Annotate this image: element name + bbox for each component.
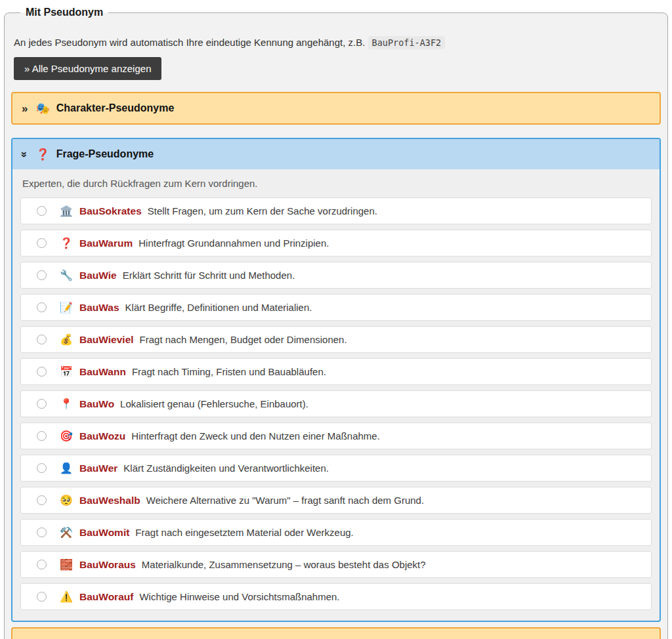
show-all-pseudonyms-button[interactable]: » Alle Pseudonyme anzeigen <box>14 57 161 80</box>
pseudonym-icon: 🔧 <box>58 270 74 281</box>
pseudonym-icon: ❓ <box>58 238 74 249</box>
pseudonym-radio[interactable] <box>37 238 47 248</box>
pseudonym-list: 🏛️ BauSokrates Stellt Fragen, um zum Ker… <box>20 197 652 610</box>
pseudonym-option[interactable]: 💰 BauWieviel Fragt nach Mengen, Budget o… <box>20 326 652 353</box>
pseudonym-icon: ⚠️ <box>58 592 74 602</box>
pseudonym-radio[interactable] <box>37 463 47 473</box>
pseudonym-option[interactable]: 🥺 BauWeshalb Weichere Alternative zu "Wa… <box>20 487 652 514</box>
pseudonym-option[interactable]: ⚠️ BauWorauf Wichtige Hinweise und Vorsi… <box>20 583 652 610</box>
intro-paragraph: An jedes Pseudonym wird automatisch Ihre… <box>14 37 658 48</box>
pseudonym-option[interactable]: 📍 BauWo Lokalisiert genau (Fehlersuche, … <box>20 390 652 417</box>
pseudonym-option[interactable]: ⚒️ BauWomit Fragt nach eingesetztem Mate… <box>20 519 652 546</box>
pseudonym-name: BauSokrates <box>79 205 142 217</box>
chevron-down-icon: » <box>19 151 30 157</box>
pseudonym-radio[interactable] <box>37 399 47 409</box>
pseudonym-option[interactable]: 🧱 BauWoraus Materialkunde, Zusammensetzu… <box>20 551 652 578</box>
pseudonym-icon: 📝 <box>58 302 74 313</box>
pseudonym-name: BauWer <box>79 463 117 474</box>
pseudonym-icon: 🥺 <box>58 495 74 506</box>
character-pseudonyms-panel-header[interactable]: » 🎭 Charakter-Pseudonyme <box>12 93 660 123</box>
pseudonym-description: Fragt nach Mengen, Budget oder Dimension… <box>140 334 347 345</box>
pseudonym-option[interactable]: ❓ BauWarum Hinterfragt Grundannahmen und… <box>20 230 652 257</box>
panel-description: Experten, die durch Rückfragen zum Kern … <box>20 169 652 197</box>
pseudonym-option[interactable]: 🎯 BauWozu Hinterfragt den Zweck und den … <box>20 423 652 449</box>
pseudonym-radio[interactable] <box>37 335 47 344</box>
fieldset-legend: Mit Pseudonym <box>20 7 108 18</box>
pseudonym-icon: 👤 <box>58 463 74 474</box>
pseudonym-name: BauWozu <box>79 430 125 442</box>
pseudonym-radio[interactable] <box>37 560 47 569</box>
pseudonym-icon: 📅 <box>58 367 74 377</box>
pseudonym-name: BauWeshalb <box>79 495 140 506</box>
pseudonym-radio[interactable] <box>37 302 47 312</box>
pseudonym-name: BauWieviel <box>79 334 134 346</box>
pseudonym-name: BauWo <box>79 398 114 410</box>
pseudonym-description: Wichtige Hinweise und Vorsichtsmaßnahmen… <box>139 591 339 602</box>
pseudonym-radio[interactable] <box>37 270 47 280</box>
pseudonym-description: Hinterfragt Grundannahmen und Prinzipien… <box>138 237 329 249</box>
pseudonym-description: Fragt nach Timing, Fristen und Bauabläuf… <box>132 366 326 377</box>
pseudonym-radio[interactable] <box>37 592 47 602</box>
pseudonym-radio[interactable] <box>37 527 47 537</box>
pseudonym-description: Materialkunde, Zusammensetzung – woraus … <box>142 559 426 570</box>
pseudonym-name: BauWarum <box>79 237 133 249</box>
intro-text: An jedes Pseudonym wird automatisch Ihre… <box>14 37 365 48</box>
pseudonym-description: Erklärt Schritt für Schritt und Methoden… <box>123 270 295 281</box>
pseudonym-description: Stellt Fragen, um zum Kern der Sache vor… <box>148 205 377 216</box>
frage-pseudonyms-panel-header[interactable]: » ❓ Frage-Pseudonyme <box>12 139 660 169</box>
frage-pseudonyms-panel: » ❓ Frage-Pseudonyme Experten, die durch… <box>11 138 661 622</box>
next-panel-edge <box>11 627 661 639</box>
pseudonym-option[interactable]: 🔧 BauWie Erklärt Schritt für Schritt und… <box>20 262 652 289</box>
pseudonym-option[interactable]: 👤 BauWer Klärt Zuständigkeiten und Veran… <box>20 455 652 482</box>
pseudonym-radio[interactable] <box>37 495 47 505</box>
pseudonym-description: Hinterfragt den Zweck und den Nutzen ein… <box>131 430 380 442</box>
panel-title: Frage-Pseudonyme <box>56 148 154 160</box>
pseudonym-icon: 🎯 <box>58 431 74 442</box>
pseudonym-icon: ⚒️ <box>58 527 74 538</box>
pseudonym-radio[interactable] <box>37 431 47 441</box>
pseudonym-icon: 💰 <box>58 335 74 345</box>
pseudonym-radio[interactable] <box>37 367 47 377</box>
pseudonym-name: BauWorauf <box>79 591 133 603</box>
pseudonym-description: Klärt Begriffe, Definitionen und Materia… <box>125 302 312 313</box>
pseudonym-description: Klärt Zuständigkeiten und Verantwortlich… <box>123 463 329 474</box>
pseudonym-icon: 📍 <box>58 399 74 409</box>
pseudonym-icon: 🧱 <box>58 560 74 570</box>
panel-title: Charakter-Pseudonyme <box>56 102 175 114</box>
example-pseudonym-code: BauProfi-A3F2 <box>368 36 446 49</box>
pseudonym-name: BauWas <box>79 302 119 314</box>
pseudonym-name: BauWie <box>79 270 117 281</box>
pseudonym-description: Lokalisiert genau (Fehlersuche, Einbauor… <box>120 398 308 409</box>
pseudonym-name: BauWoraus <box>79 559 136 571</box>
pseudonym-option[interactable]: 📝 BauWas Klärt Begriffe, Definitionen un… <box>20 294 652 321</box>
character-pseudonyms-panel: » 🎭 Charakter-Pseudonyme <box>11 92 661 125</box>
pseudonym-icon: 🏛️ <box>58 206 74 216</box>
mit-pseudonym-fieldset: Mit Pseudonym An jedes Pseudonym wird au… <box>4 7 668 639</box>
pseudonym-name: BauWomit <box>79 527 129 539</box>
pseudonym-option[interactable]: 🏛️ BauSokrates Stellt Fragen, um zum Ker… <box>20 197 652 224</box>
pseudonym-description: Fragt nach eingesetztem Material oder We… <box>135 527 353 538</box>
pseudonym-name: BauWann <box>79 366 126 378</box>
chevron-right-icon: » <box>22 103 28 114</box>
frage-pseudonyms-panel-body: Experten, die durch Rückfragen zum Kern … <box>12 169 660 621</box>
pseudonym-option[interactable]: 📅 BauWann Fragt nach Timing, Fristen und… <box>20 358 652 385</box>
pseudonym-description: Weichere Alternative zu "Warum" – fragt … <box>146 495 424 506</box>
pseudonym-radio[interactable] <box>37 206 47 216</box>
theater-masks-icon: 🎭 <box>35 103 49 114</box>
question-mark-icon: ❓ <box>35 149 49 160</box>
